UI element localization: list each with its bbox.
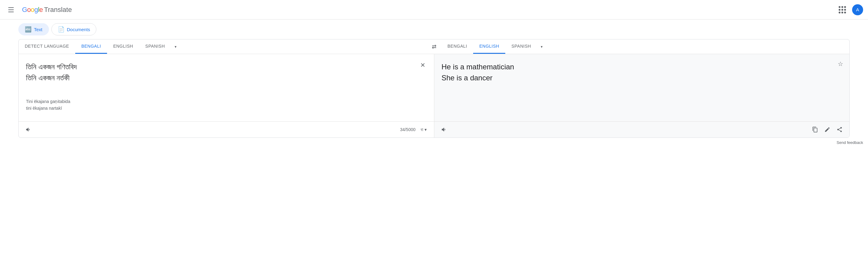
lang-selectors: DETECT LANGUAGE BENGALI ENGLISH SPANISH … bbox=[19, 39, 849, 54]
source-panel: ✕ Tini ēkajana gaṇitabida tini ēkajana n… bbox=[19, 54, 434, 121]
copy-icon bbox=[812, 127, 818, 133]
menu-line-3 bbox=[8, 11, 14, 12]
source-textarea[interactable] bbox=[26, 61, 414, 94]
swap-languages-button[interactable]: ⇄ bbox=[427, 43, 441, 50]
clear-button[interactable]: ✕ bbox=[418, 60, 428, 70]
apps-grid bbox=[839, 6, 846, 13]
avatar[interactable]: A bbox=[852, 4, 863, 15]
lang-tab-bengali-target[interactable]: BENGALI bbox=[441, 39, 473, 54]
header-left: Google Translate bbox=[5, 4, 72, 16]
target-listen-button[interactable] bbox=[439, 125, 449, 134]
menu-line-1 bbox=[8, 7, 14, 8]
share-translation-button[interactable] bbox=[835, 125, 844, 134]
header-right: A bbox=[836, 4, 863, 16]
logo: Google Translate bbox=[22, 6, 72, 14]
tab-text[interactable]: 🔤 Text bbox=[18, 23, 49, 35]
menu-icon[interactable] bbox=[5, 4, 17, 16]
source-lang-selector-button[interactable]: বা ▾ bbox=[418, 126, 429, 134]
footer-actions bbox=[810, 125, 844, 134]
copy-translation-button[interactable] bbox=[810, 125, 820, 134]
target-panel: He is a mathematician She is a dancer ☆ bbox=[434, 54, 850, 121]
edit-translation-button[interactable] bbox=[823, 125, 832, 134]
edit-icon bbox=[824, 127, 830, 133]
share-icon bbox=[837, 127, 843, 133]
text-panels-footer: 34/5000 বা ▾ bbox=[19, 121, 849, 137]
source-lang-chevron-small: ▾ bbox=[425, 127, 427, 132]
target-lang-chevron[interactable]: ▾ bbox=[537, 40, 546, 53]
target-sound-icon bbox=[441, 127, 447, 133]
apps-icon[interactable] bbox=[836, 4, 848, 16]
source-footer: 34/5000 বা ▾ bbox=[19, 122, 434, 137]
logo-translate: Translate bbox=[44, 6, 72, 14]
target-lang-panel: BENGALI ENGLISH SPANISH ▾ bbox=[441, 39, 849, 54]
source-sound-icon bbox=[25, 127, 31, 133]
romanized-line1: Tini ēkajana gaṇitabida bbox=[26, 99, 70, 104]
header: Google Translate A bbox=[0, 0, 868, 20]
feedback-bar: Send feedback bbox=[0, 138, 868, 147]
save-translation-button[interactable]: ☆ bbox=[838, 60, 843, 68]
target-line1: He is a mathematician bbox=[442, 63, 514, 71]
menu-line-2 bbox=[8, 9, 14, 10]
char-count: 34/5000 bbox=[400, 127, 416, 132]
source-lang-label: বা bbox=[421, 127, 423, 132]
text-panels: ✕ Tini ēkajana gaṇitabida tini ēkajana n… bbox=[19, 54, 849, 121]
text-tab-icon: 🔤 bbox=[25, 26, 31, 33]
documents-tab-icon: 📄 bbox=[58, 26, 65, 33]
target-line2: She is a dancer bbox=[442, 74, 493, 82]
target-text: He is a mathematician She is a dancer bbox=[442, 61, 830, 84]
source-lang-chevron[interactable]: ▾ bbox=[171, 40, 180, 53]
romanized-line2: tini ēkajana nartakī bbox=[26, 106, 62, 110]
lang-tab-english-source[interactable]: ENGLISH bbox=[107, 39, 139, 54]
tab-documents-label: Documents bbox=[67, 27, 90, 32]
lang-tab-spanish-source[interactable]: SPANISH bbox=[139, 39, 171, 54]
tab-documents[interactable]: 📄 Documents bbox=[51, 23, 97, 35]
lang-tab-english-target[interactable]: ENGLISH bbox=[473, 39, 505, 54]
romanized-text: Tini ēkajana gaṇitabida tini ēkajana nar… bbox=[26, 98, 427, 112]
tab-text-label: Text bbox=[34, 27, 42, 32]
source-lang-panel: DETECT LANGUAGE BENGALI ENGLISH SPANISH … bbox=[19, 39, 427, 54]
logo-google: Google bbox=[22, 6, 43, 14]
lang-tab-bengali-source[interactable]: BENGALI bbox=[75, 39, 107, 54]
source-listen-button[interactable] bbox=[24, 125, 33, 134]
tab-bar: 🔤 Text 📄 Documents bbox=[0, 20, 868, 39]
feedback-link[interactable]: Send feedback bbox=[837, 140, 863, 145]
lang-tab-spanish-target[interactable]: SPANISH bbox=[505, 39, 537, 54]
translator: DETECT LANGUAGE BENGALI ENGLISH SPANISH … bbox=[18, 39, 850, 138]
lang-tab-detect[interactable]: DETECT LANGUAGE bbox=[19, 39, 75, 54]
target-footer bbox=[434, 122, 850, 137]
